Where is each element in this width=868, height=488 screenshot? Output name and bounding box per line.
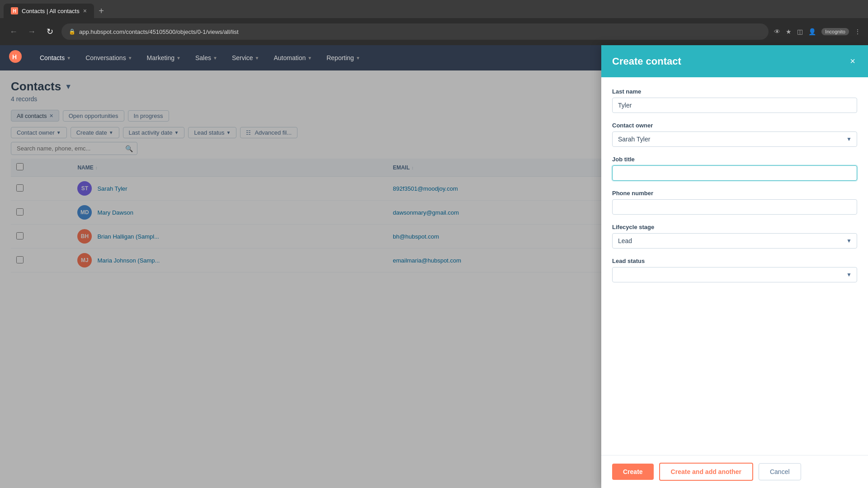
nav-marketing-label: Marketing [147,54,175,61]
tab-title: Contacts | All contacts [22,8,80,14]
nav-service[interactable]: Service ▼ [225,45,267,70]
nav-sales-label: Sales [195,54,211,61]
forward-btn[interactable]: → [25,25,38,38]
create-button[interactable]: Create [612,464,654,480]
last-name-input[interactable] [612,98,857,113]
panel-header: Create contact × [601,45,868,77]
address-bar[interactable]: 🔒 app.hubspot.com/contacts/45105500/obje… [61,23,769,40]
browser-chrome: H Contacts | All contacts × + ← → ↻ 🔒 ap… [0,0,868,45]
field-job-title: Job title [612,156,857,181]
nav-automation-chevron: ▼ [307,56,312,61]
nav-contacts-label: Contacts [40,54,65,61]
address-text: app.hubspot.com/contacts/45105500/object… [79,28,239,35]
refresh-btn[interactable]: ↻ [43,25,56,38]
panel-body: Last name Contact owner Sarah Tyler ▼ Jo… [601,77,868,455]
nav-conversations-label: Conversations [85,54,126,61]
tab-close-btn[interactable]: × [83,7,87,14]
field-lead-status: Lead status New Open In Progress Open De… [612,258,857,282]
browser-action-buttons: 👁 ★ ◫ 👤 Incognito ⋮ [774,28,861,35]
nav-reporting-label: Reporting [326,54,354,61]
field-lifecycle-stage: Lifecycle stage Lead Subscriber Customer… [612,224,857,249]
nav-contacts[interactable]: Contacts ▼ [33,45,78,70]
lifecycle-stage-select-wrapper: Lead Subscriber Customer Evangelist Othe… [612,233,857,249]
nav-conversations-chevron: ▼ [128,56,132,61]
nav-service-chevron: ▼ [255,56,259,61]
field-last-name: Last name [612,88,857,113]
profile-icon[interactable]: 👤 [808,28,816,35]
browser-tabs: H Contacts | All contacts × + [0,0,868,18]
create-and-add-button[interactable]: Create and add another [659,463,753,481]
nav-marketing[interactable]: Marketing ▼ [140,45,188,70]
svg-text:H: H [12,53,17,61]
nav-marketing-chevron: ▼ [176,56,181,61]
job-title-label: Job title [612,156,857,163]
nav-contacts-chevron: ▼ [66,56,71,61]
extension-icon: 👁 [774,28,780,35]
tab-favicon: H [11,7,18,14]
nav-automation[interactable]: Automation ▼ [266,45,319,70]
phone-number-label: Phone number [612,190,857,197]
nav-conversations[interactable]: Conversations ▼ [78,45,139,70]
nav-reporting-chevron: ▼ [356,56,360,61]
incognito-badge: Incognito [821,28,849,35]
contact-owner-select-wrapper: Sarah Tyler ▼ [612,131,857,147]
contact-owner-label: Contact owner [612,122,857,129]
last-name-label: Last name [612,88,857,95]
lead-status-select[interactable]: New Open In Progress Open Deal Unqualifi… [612,267,857,282]
nav-automation-label: Automation [274,54,306,61]
lifecycle-stage-label: Lifecycle stage [612,224,857,230]
panel-title: Create contact [612,56,681,67]
menu-icon[interactable]: ⋮ [854,28,861,35]
lead-status-label: Lead status [612,258,857,264]
contact-owner-select[interactable]: Sarah Tyler [612,131,857,147]
bookmark-icon[interactable]: ★ [786,28,792,35]
phone-number-input[interactable] [612,199,857,215]
field-contact-owner: Contact owner Sarah Tyler ▼ [612,122,857,147]
split-view-icon[interactable]: ◫ [797,28,803,35]
nav-reporting[interactable]: Reporting ▼ [319,45,368,70]
panel-footer: Create Create and add another Cancel [601,455,868,488]
new-tab-btn[interactable]: + [94,4,108,18]
job-title-input[interactable] [612,165,857,181]
nav-sales[interactable]: Sales ▼ [188,45,225,70]
nav-sales-chevron: ▼ [213,56,217,61]
lead-status-select-wrapper: New Open In Progress Open Deal Unqualifi… [612,267,857,282]
field-phone-number: Phone number [612,190,857,215]
create-contact-panel: Create contact × Last name Contact owner… [601,45,868,488]
nav-service-label: Service [232,54,253,61]
cancel-button[interactable]: Cancel [759,463,801,480]
lifecycle-stage-select[interactable]: Lead Subscriber Customer Evangelist Othe… [612,233,857,249]
browser-controls: ← → ↻ 🔒 app.hubspot.com/contacts/4510550… [0,18,868,45]
panel-close-btn[interactable]: × [848,54,857,68]
browser-tab[interactable]: H Contacts | All contacts × [4,4,94,18]
back-btn[interactable]: ← [7,25,20,38]
hubspot-logo: H [9,50,22,66]
lock-icon: 🔒 [69,28,75,35]
